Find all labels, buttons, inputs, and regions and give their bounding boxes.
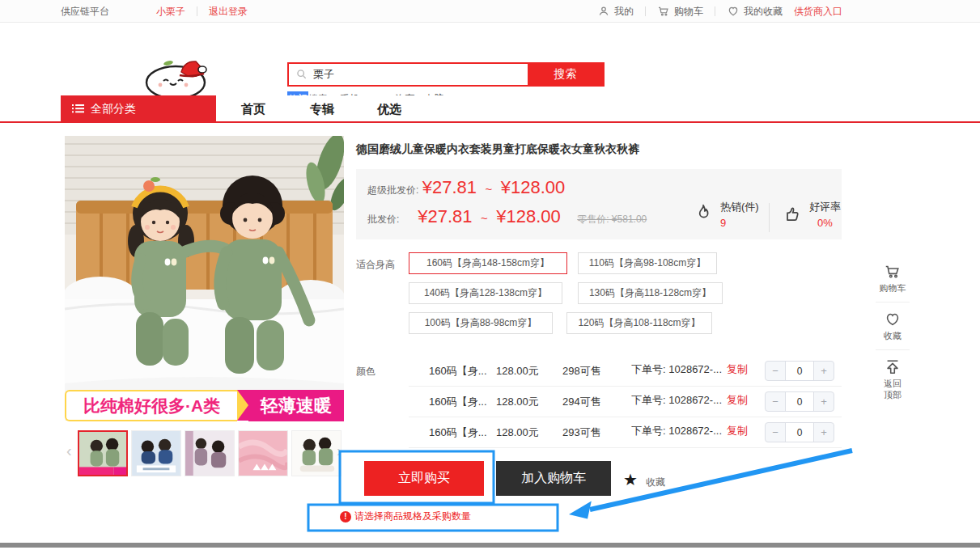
search-icon bbox=[295, 68, 308, 81]
search-input[interactable] bbox=[313, 69, 528, 81]
divider bbox=[197, 6, 197, 16]
plus-button[interactable]: + bbox=[814, 362, 834, 380]
size-section-label: 适合身高 bbox=[356, 258, 395, 272]
thumb-prev-icon[interactable]: ‹ bbox=[66, 442, 72, 460]
plus-button[interactable]: + bbox=[814, 423, 834, 442]
search-box: 搜索 bbox=[287, 62, 605, 87]
product-title: 德国磨绒儿童保暖内衣套装男童打底保暖衣女童秋衣秋裤 bbox=[356, 142, 842, 157]
site-logo[interactable] bbox=[131, 54, 224, 101]
nav-home[interactable]: 首页 bbox=[241, 102, 265, 117]
heart-icon bbox=[727, 5, 740, 18]
supplier-entry-link[interactable]: 供货商入口 bbox=[794, 5, 842, 19]
thumbnail-strip: ‹ › bbox=[65, 430, 350, 477]
sku-price: 128.00元 bbox=[496, 395, 539, 409]
all-categories-button[interactable]: 全部分类 bbox=[61, 95, 216, 123]
platform-label: 供应链平台 bbox=[61, 5, 109, 19]
size-option-120[interactable]: 120码【身高108-118cm穿】 bbox=[566, 312, 712, 334]
wholesale-label: 批发价: bbox=[367, 214, 399, 225]
category-list-icon bbox=[72, 103, 84, 116]
copy-button[interactable]: 复制 bbox=[727, 363, 748, 375]
heart-icon bbox=[884, 311, 902, 328]
price-high: ¥128.00 bbox=[501, 177, 566, 197]
cart-icon bbox=[884, 263, 902, 281]
sku-order-no: 下单号: 1028672-...复制 bbox=[631, 362, 748, 377]
super-wholesale-label: 超级批发价: bbox=[367, 184, 418, 196]
cart-link[interactable]: 购物车 bbox=[657, 5, 703, 19]
price-high-2: ¥128.00 bbox=[496, 206, 561, 226]
warning-text: 请选择商品规格及采购数量 bbox=[354, 510, 471, 523]
price-low: ¥27.81 bbox=[422, 177, 477, 197]
hot-sales-label: 热销(件) bbox=[720, 200, 759, 214]
image-banner: 比纯棉好很多·A类 轻薄速暖 bbox=[65, 390, 344, 421]
hot-sales-value: 9 bbox=[720, 217, 759, 229]
sku-price: 128.00元 bbox=[496, 364, 539, 379]
search-button[interactable]: 搜索 bbox=[528, 64, 603, 85]
logout-link[interactable]: 退出登录 bbox=[209, 5, 248, 19]
add-to-cart-button[interactable]: 加入购物车 bbox=[496, 461, 611, 496]
minus-button[interactable]: − bbox=[766, 423, 785, 442]
divider bbox=[715, 6, 715, 16]
header: 搜索 热门 搜索: 手机 123 汽车 电脑 bbox=[0, 23, 980, 95]
back-to-top-icon bbox=[884, 358, 902, 376]
price-tilde-2: ~ bbox=[481, 211, 488, 225]
size-option-140[interactable]: 140码【身高128-138cm穿】 bbox=[409, 282, 562, 304]
sku-row-3: 160码【身... 128.00元 293可售 下单号: 1028672-...… bbox=[356, 417, 842, 448]
size-option-160[interactable]: 160码【身高148-158cm穿】 bbox=[409, 252, 567, 274]
price-box: 超级批发价: ¥27.81 ~ ¥128.00 批发价: ¥27.81 ~ ¥1… bbox=[356, 169, 842, 239]
buy-now-button[interactable]: 立即购买 bbox=[364, 461, 484, 496]
sku-stock: 294可售 bbox=[562, 395, 601, 409]
quantity-stepper: − 0 + bbox=[765, 361, 834, 381]
favorite-label[interactable]: 收藏 bbox=[646, 476, 665, 489]
thumbnail-2[interactable] bbox=[131, 430, 181, 476]
size-option-110[interactable]: 110码【身高98-108cm穿】 bbox=[578, 252, 717, 274]
person-icon bbox=[597, 5, 610, 18]
thumbnail-3[interactable] bbox=[185, 430, 235, 476]
thumbs-up-icon bbox=[782, 203, 803, 224]
sku-row-1: 160码【身... 128.00元 298可售 下单号: 1028672-...… bbox=[356, 356, 842, 387]
divider bbox=[876, 302, 910, 302]
quantity-value[interactable]: 0 bbox=[785, 392, 814, 411]
row-divider bbox=[409, 447, 842, 448]
quantity-stepper: − 0 + bbox=[765, 422, 834, 442]
username-link[interactable]: 小栗子 bbox=[156, 5, 185, 19]
price-tilde: ~ bbox=[486, 182, 493, 196]
sidebar-favorite-button[interactable]: 收藏 bbox=[874, 311, 911, 341]
rating-label: 好评率 bbox=[809, 200, 841, 214]
stat-divider bbox=[769, 203, 770, 232]
sku-name: 160码【身... bbox=[429, 425, 487, 440]
back-to-top-button[interactable]: 返回 顶部 bbox=[874, 358, 911, 400]
thumbnail-1[interactable] bbox=[78, 430, 128, 476]
quantity-value[interactable]: 0 bbox=[785, 362, 814, 380]
navbar: 全部分类 首页 专辑 优选 bbox=[0, 95, 980, 123]
copy-button[interactable]: 复制 bbox=[727, 425, 748, 437]
banner-right-text: 轻薄速暖 bbox=[248, 390, 344, 421]
minus-button[interactable]: − bbox=[766, 362, 785, 380]
sku-stock: 298可售 bbox=[562, 364, 601, 379]
sku-row-2: 160码【身... 128.00元 294可售 下单号: 1028672-...… bbox=[356, 387, 842, 417]
thumbnail-5[interactable] bbox=[291, 430, 342, 476]
divider bbox=[876, 349, 910, 350]
size-option-100[interactable]: 100码【身高88-98cm穿】 bbox=[409, 312, 553, 334]
my-favorites-link[interactable]: 我的收藏 bbox=[727, 5, 783, 19]
star-icon[interactable]: ★ bbox=[623, 470, 638, 489]
sku-order-no: 下单号: 1028672-...复制 bbox=[631, 424, 748, 438]
float-sidebar: 购物车 收藏 返回 顶部 bbox=[874, 263, 911, 400]
quantity-value[interactable]: 0 bbox=[785, 423, 814, 442]
annotation-arrow-head bbox=[569, 501, 592, 519]
size-option-130[interactable]: 130码【身高118-128cm穿】 bbox=[578, 282, 723, 304]
page: 供应链平台 小栗子 退出登录 我的 购物车 bbox=[0, 0, 980, 550]
nav-featured[interactable]: 优选 bbox=[377, 102, 401, 117]
nav-albums[interactable]: 专辑 bbox=[310, 102, 334, 117]
thumb-next-icon[interactable]: › bbox=[337, 442, 342, 460]
my-account-link[interactable]: 我的 bbox=[597, 5, 634, 19]
plus-button[interactable]: + bbox=[814, 392, 834, 411]
copy-button[interactable]: 复制 bbox=[727, 394, 748, 406]
thumbnail-4[interactable] bbox=[238, 430, 288, 476]
banner-chevron bbox=[237, 390, 248, 421]
sku-name: 160码【身... bbox=[429, 364, 487, 379]
product-main-image[interactable] bbox=[65, 136, 344, 421]
minus-button[interactable]: − bbox=[766, 392, 785, 411]
sidebar-cart-button[interactable]: 购物车 bbox=[874, 263, 911, 294]
bottom-scroll-bar[interactable] bbox=[0, 543, 980, 548]
sku-price: 128.00元 bbox=[496, 425, 539, 440]
